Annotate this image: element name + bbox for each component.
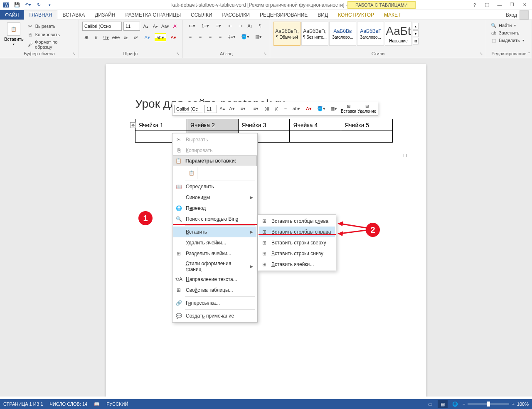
underline-button[interactable]: Ч▾ [102,33,110,42]
style-gallery[interactable]: АаБбВвГг,¶ Обычный АаБбВвГг,¶ Без инте..… [273,22,483,46]
sub-insert-rows-below[interactable]: ⊞Вставить строки снизу [259,248,335,259]
mini-align[interactable]: ≡ [281,105,290,113]
mini-list[interactable]: ≡▾ [250,105,262,113]
format-painter-button[interactable]: 🖌Формат по образцу [26,39,75,50]
superscript-button[interactable]: x² [132,33,140,42]
ctx-text-direction[interactable]: ⟲AНаправление текста... [173,274,256,285]
select-button[interactable]: ⬚Выделить▾ [490,37,528,44]
ctx-synonyms[interactable]: Синонимы▶ [173,192,256,203]
mini-borders[interactable]: ▦▾ [328,105,340,113]
replace-button[interactable]: abЗаменить [490,29,528,37]
tab-mailings[interactable]: РАССЫЛКИ [217,10,255,20]
avatar[interactable] [520,10,529,20]
ctx-new-comment[interactable]: 💬Создать примечание [173,310,256,321]
zoom-slider[interactable] [468,403,509,405]
mini-styles[interactable]: ≡▾ [237,105,249,113]
decrease-indent-button[interactable]: ⇤ [226,22,234,30]
ctx-table-props[interactable]: ⊞Свойства таблицы... [173,285,256,296]
table-cell[interactable]: Ячейка 5 [341,119,393,131]
multilevel-button[interactable]: ≡▾ [213,22,224,30]
maximize-icon[interactable]: ❐ [507,1,517,9]
zoom-level[interactable]: 100% [517,402,529,407]
ctx-define[interactable]: 📖Определить [173,181,256,192]
mini-italic[interactable]: К [272,105,281,113]
align-right-button[interactable]: ≡ [206,32,214,41]
status-proofing-icon[interactable]: 📖 [94,402,100,407]
minimize-icon[interactable]: — [495,1,505,9]
ctx-bing-search[interactable]: 🔍Поиск с помощью Bing [173,214,256,224]
mini-grow-font[interactable]: A▴ [218,105,227,113]
redo-icon[interactable]: ↻ [35,1,42,9]
sub-insert-cols-left[interactable]: ⊞Вставить столбцы слева [259,216,335,227]
view-web-layout[interactable]: 🌐 [450,400,460,408]
qat-customize-icon[interactable]: ▾ [46,1,53,9]
find-button[interactable]: 🔍Найти▾ [490,22,528,29]
mini-shading[interactable]: 🪣▾ [315,105,327,113]
style-heading1[interactable]: АаБбВвЗаголово... [329,22,356,46]
ctx-delete-cells[interactable]: Удалить ячейки... [173,237,256,248]
font-name-select[interactable] [82,22,122,31]
sub-insert-cells[interactable]: ⊞Вставить ячейки... [259,259,335,270]
mini-bold[interactable]: Ж [263,105,271,113]
bullets-button[interactable]: •≡▾ [186,22,198,30]
paste-button[interactable]: 📋 Вставить ▾ [3,22,25,50]
clear-format-button[interactable]: A̸ [171,22,179,30]
bold-button[interactable]: Ж [82,33,91,42]
tab-table-layout[interactable]: МАКЕТ [379,10,406,20]
tab-design[interactable]: ДИЗАЙН [90,10,120,20]
paste-keep-format[interactable]: 📋 [186,167,197,179]
style-title[interactable]: АаБtНазвание [385,22,412,46]
italic-button[interactable]: К [92,33,101,42]
align-center-button[interactable]: ≡ [196,32,204,41]
tab-home[interactable]: ГЛАВНАЯ [24,10,57,20]
tab-references[interactable]: ССЫЛКИ [186,10,217,20]
ribbon-display-icon[interactable]: ⬚ [482,1,492,9]
tab-file[interactable]: ФАЙЛ [0,10,24,20]
style-normal[interactable]: АаБбВвГг,¶ Обычный [273,22,300,46]
ctx-border-styles[interactable]: Стили оформления границ▶ [173,259,256,274]
save-icon[interactable]: 💾 [13,1,21,9]
tab-table-design[interactable]: КОНСТРУКТОР [333,10,379,20]
mini-delete[interactable]: ⊟Удаление [357,104,376,113]
style-scroll[interactable]: ▴▾⊟ [413,23,419,44]
zoom-in-button[interactable]: + [512,402,514,407]
table-cell[interactable]: Ячейка 4 [290,119,341,131]
line-spacing-button[interactable]: ‡≡▾ [226,32,238,41]
strike-button[interactable]: abc [112,33,120,42]
copy-button[interactable]: ⎘Копировать [26,31,75,38]
font-color-button[interactable]: A▾ [167,33,179,42]
paragraph-launcher[interactable]: ⤡ [264,52,268,57]
status-page[interactable]: СТРАНИЦА 1 ИЗ 1 [3,402,43,407]
ctx-translate[interactable]: 🌐Перевод [173,203,256,214]
status-language[interactable]: РУССКИЙ [106,402,128,407]
sub-insert-rows-above[interactable]: ⊞Вставить строки сверху [259,237,335,248]
mini-font-select[interactable] [174,105,203,113]
styles-launcher[interactable]: ⤡ [480,52,485,57]
ctx-copy[interactable]: ⎘Копировать [173,145,256,156]
style-heading2[interactable]: АаБбВвГЗаголово... [357,22,384,46]
mini-insert[interactable]: ⊞Вставка [341,104,356,113]
close-icon[interactable]: ✕ [520,1,530,9]
shrink-font-button[interactable]: A▾ [151,22,159,30]
undo-icon[interactable]: ↶▾ [24,1,32,9]
align-left-button[interactable]: ≡ [186,32,195,41]
numbering-button[interactable]: 1≡▾ [200,22,211,30]
table-move-handle[interactable]: ✥ [130,122,136,128]
clipboard-launcher[interactable]: ⤡ [72,52,77,57]
font-launcher[interactable]: ⤡ [176,52,181,57]
text-effects-button[interactable]: A▾ [141,33,153,42]
justify-button[interactable]: ≡ [216,32,224,41]
table-resize-handle[interactable] [404,154,407,157]
increase-indent-button[interactable]: ⇥ [236,22,244,30]
login-link[interactable]: Вход [506,12,517,18]
table-cell[interactable]: Ячейка 3 [238,119,290,131]
status-words[interactable]: ЧИСЛО СЛОВ: 14 [50,402,88,407]
ctx-hyperlink[interactable]: 🔗Гиперссылка... [173,298,256,308]
help-icon[interactable]: ? [470,1,480,9]
zoom-out-button[interactable]: − [463,402,465,407]
font-size-select[interactable] [123,22,140,31]
style-no-spacing[interactable]: АаБбВвГг,¶ Без инте... [301,22,328,46]
shading-button[interactable]: 🪣▾ [239,32,251,41]
ctx-cut[interactable]: ✂Вырезать [173,134,256,145]
sort-button[interactable]: A↓ [246,22,254,30]
